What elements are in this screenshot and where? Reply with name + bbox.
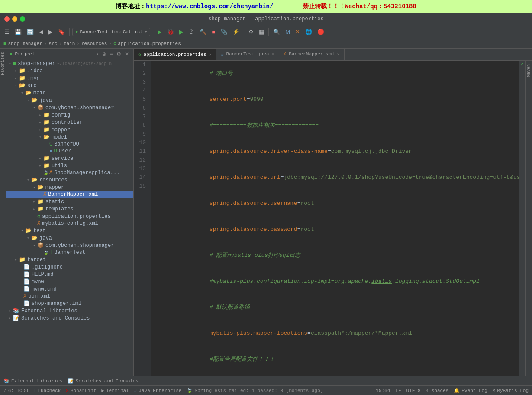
code-line-10[interactable]: # 默认配置路径 bbox=[155, 295, 519, 321]
tree-item-mapper[interactable]: ▸ 📁 mapper bbox=[6, 126, 133, 133]
tab-app-properties[interactable]: ⚙ application.properties ✕ bbox=[134, 49, 216, 60]
tree-item-test[interactable]: ▾ 📂 test bbox=[6, 227, 133, 234]
extra-btn3[interactable]: 🌐 bbox=[303, 28, 314, 36]
status-event-log[interactable]: 🔔 Event Log bbox=[454, 388, 487, 393]
sidebar-close-btn[interactable]: ✕ bbox=[124, 50, 130, 58]
code-line-2[interactable]: server.port=9999 bbox=[155, 87, 519, 113]
tree-item-mvn[interactable]: ▸ 📁 .mvn bbox=[6, 74, 133, 82]
tree-item-mvnw[interactable]: 📄 mvnw bbox=[6, 278, 133, 285]
code-line-13[interactable]: mybatis-plus.config-location = classpath… bbox=[155, 372, 519, 376]
tree-item-shop-iml[interactable]: 📄 shop-manager.iml bbox=[6, 300, 133, 307]
extra-btn4[interactable]: 🔴 bbox=[316, 28, 326, 36]
tree-item-main[interactable]: ▾ 📂 main bbox=[6, 89, 133, 97]
tree-item-config[interactable]: ▸ 📁 config bbox=[6, 111, 133, 119]
tree-item-mapper-res[interactable]: ▾ 📂 mapper bbox=[6, 184, 133, 191]
debug-button[interactable]: 🐞 bbox=[165, 28, 176, 36]
tab-close-banner-test[interactable]: ✕ bbox=[272, 52, 274, 57]
tree-item-banner-test[interactable]: 🍃 T BannerTest bbox=[6, 249, 133, 256]
status-sonar[interactable]: S SonarLint bbox=[66, 388, 96, 393]
coverage-button[interactable]: ▶ bbox=[177, 28, 185, 36]
breadcrumb-part-1[interactable]: src bbox=[48, 41, 57, 46]
tree-item-ext-libs[interactable]: ▸ 📚 External Libraries bbox=[6, 307, 133, 314]
tree-item-pom-xml[interactable]: X pom.xml bbox=[6, 293, 133, 300]
tree-item-gitignore[interactable]: 📄 .gitignore bbox=[6, 263, 133, 271]
maven-tab[interactable]: Maven bbox=[526, 62, 532, 79]
scratches-item[interactable]: 📝 Scratches and Consoles bbox=[68, 378, 139, 384]
bookmark-button[interactable]: 🔖 bbox=[56, 28, 67, 36]
code-line-4[interactable]: spring.datasource.driver-class-name=com.… bbox=[155, 139, 519, 165]
stop-button[interactable]: ■ bbox=[210, 28, 217, 36]
tree-item-test-java[interactable]: ▾ 📂 java bbox=[6, 234, 133, 242]
back-button[interactable]: ◀ bbox=[37, 28, 45, 36]
tab-banner-mapper[interactable]: X BannerMapper.xml ✕ bbox=[279, 49, 345, 60]
compile-button[interactable]: ⚡ bbox=[231, 28, 241, 36]
breadcrumb-part-2[interactable]: main bbox=[64, 41, 75, 46]
tab-close-app-props[interactable]: ✕ bbox=[209, 52, 212, 57]
tree-item-root[interactable]: ▾ ■ shop-manager ~/IdeaProjects/shop-m bbox=[6, 60, 133, 67]
tab-banner-test[interactable]: ☕ BannerTest.java ✕ bbox=[216, 49, 279, 60]
status-lua[interactable]: L LuaCheck bbox=[33, 388, 61, 393]
code-lines[interactable]: # 端口号 server.port=9999 #==========数据库相关=… bbox=[151, 61, 519, 376]
tree-item-help-md[interactable]: 📄 HELP.md bbox=[6, 271, 133, 278]
favorites-tab[interactable]: Favorites bbox=[0, 50, 6, 77]
sync-button[interactable]: 🔄 bbox=[25, 28, 35, 36]
save-button[interactable]: 💾 bbox=[13, 28, 23, 36]
code-line-1[interactable]: # 端口号 bbox=[155, 61, 519, 87]
tree-item-app-props[interactable]: ⚙ application.properties bbox=[6, 213, 133, 220]
tree-item-utils[interactable]: ▸ 📁 utils bbox=[6, 162, 133, 169]
tree-item-java[interactable]: ▾ 📂 java bbox=[6, 97, 133, 104]
tree-item-banner-do[interactable]: C BannerDO bbox=[6, 141, 133, 148]
external-libraries-item[interactable]: 📚 External Libraries bbox=[3, 378, 63, 384]
code-line-7[interactable]: spring.datasource.password=root bbox=[155, 217, 519, 243]
tree-item-target[interactable]: ▸ 📁 target bbox=[6, 256, 133, 263]
tree-item-user[interactable]: ● U User bbox=[6, 148, 133, 155]
settings-button[interactable]: ⚙ bbox=[247, 28, 255, 36]
code-line-3[interactable]: #==========数据库相关============= bbox=[155, 113, 519, 139]
tree-item-mvnw-cmd[interactable]: 📄 mvnw.cmd bbox=[6, 285, 133, 293]
run-config[interactable]: ● BannerTest.testGetList ▾ bbox=[72, 28, 150, 36]
sidebar-dropdown-icon[interactable]: ▾ bbox=[96, 52, 99, 57]
tree-item-scratches[interactable]: ▸ 📝 Scratches and Consoles bbox=[6, 314, 133, 322]
breadcrumb-part-4[interactable]: application.properties bbox=[118, 41, 181, 46]
tree-item-static[interactable]: ▸ 📁 static bbox=[6, 198, 133, 205]
code-line-9[interactable]: #mybatis-plus.configuration.log-impl=org… bbox=[155, 269, 519, 295]
sidebar-settings-btn[interactable]: ⚙ bbox=[116, 50, 122, 58]
code-line-6[interactable]: spring.datasource.username=root bbox=[155, 191, 519, 217]
profile-button[interactable]: ⏱ bbox=[187, 28, 196, 36]
forward-button[interactable]: ▶ bbox=[47, 28, 55, 36]
code-line-11[interactable]: mybatis-plus.mapper-locations=classpath*… bbox=[155, 321, 519, 346]
status-mybatis-log[interactable]: M MyBatis Log bbox=[493, 388, 529, 393]
minimize-button[interactable] bbox=[12, 16, 17, 22]
status-todo[interactable]: ✓ 6: TODO bbox=[3, 388, 28, 393]
tree-item-resources[interactable]: ▾ 📂 resources bbox=[6, 176, 133, 184]
tree-item-idea[interactable]: ▸ 📁 .idea bbox=[6, 67, 133, 74]
status-terminal[interactable]: ▶ Terminal bbox=[101, 388, 129, 393]
build-button[interactable]: 🔨 bbox=[198, 28, 208, 36]
status-spring[interactable]: 🍃 Spring bbox=[187, 388, 212, 393]
run-button[interactable]: ▶ bbox=[156, 28, 164, 36]
maximize-button[interactable] bbox=[20, 16, 25, 22]
tree-item-test-com[interactable]: ▾ 📦 com.ybchen.shopmanager bbox=[6, 242, 133, 249]
tree-item-banner-mapper-xml[interactable]: X BannerMapper.xml bbox=[6, 191, 133, 198]
layout-button[interactable]: ▦ bbox=[257, 28, 266, 36]
hamburger-button[interactable]: ☰ bbox=[3, 28, 11, 36]
tree-item-com[interactable]: ▾ 📦 com.ybchen.shopmanager bbox=[6, 104, 133, 111]
code-line-12[interactable]: #配置全局配置文件！！！ bbox=[155, 346, 519, 372]
tree-item-mybatis-config[interactable]: X mybatis-config.xml bbox=[6, 220, 133, 227]
status-java-enterprise[interactable]: J Java Enterprise bbox=[134, 388, 182, 393]
editor-area[interactable]: 1 2 3 4 5 6 7 8 9 10 11 12 13 bbox=[134, 61, 519, 376]
extra-btn2[interactable]: ✕ bbox=[293, 28, 302, 36]
extra-btn1[interactable]: M bbox=[284, 28, 292, 36]
code-line-8[interactable]: # 配置mybatis plus打印sql日志 bbox=[155, 243, 519, 269]
tab-close-banner-mapper[interactable]: ✕ bbox=[337, 52, 340, 57]
code-line-5[interactable]: spring.datasource.url=jdbc:mysql://127.0… bbox=[155, 165, 519, 191]
search-button[interactable]: 🔍 bbox=[271, 28, 282, 36]
tree-item-src[interactable]: ▾ 📂 src bbox=[6, 82, 133, 89]
blog-link[interactable]: https://www.cnblogs.com/chenyanbin/ bbox=[146, 3, 273, 10]
sidebar-locate-btn[interactable]: ⊕ bbox=[101, 50, 107, 58]
sidebar-collapse-btn[interactable]: ≡ bbox=[109, 50, 114, 58]
tree-item-shopmanager[interactable]: 🍃 A ShopManagerApplica... bbox=[6, 169, 133, 176]
tree-item-service[interactable]: ▸ 📁 service bbox=[6, 155, 133, 162]
tree-item-model[interactable]: ▾ 📂 model bbox=[6, 133, 133, 141]
breadcrumb-part-0[interactable]: shop-manager bbox=[8, 41, 42, 46]
